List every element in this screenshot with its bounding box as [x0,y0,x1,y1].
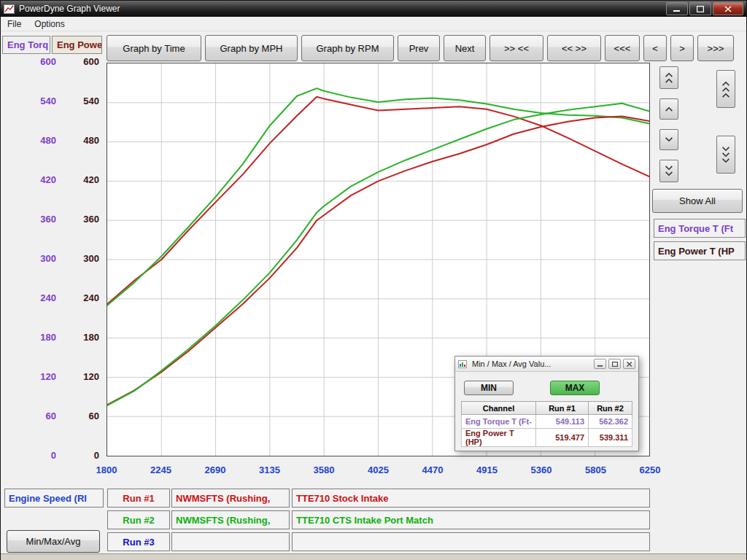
toolbar-button-graph-by-mph[interactable]: Graph by MPH [205,35,298,61]
run-description-field-2[interactable]: TTE710 CTS Intake Port Match [292,510,650,529]
minimize-icon [673,6,681,12]
chevron-up-icon [721,93,731,98]
run-label-field-2[interactable]: Run #2 [107,510,170,529]
y-tick-label: 60 [26,411,56,421]
menu-file[interactable]: File [1,18,28,31]
minmax-column-header[interactable]: Channel [462,402,536,415]
chevron-down-icon [664,171,674,176]
minmax-column-header[interactable]: Run #2 [589,402,632,415]
y-tick-label: 420 [26,174,56,185]
chevron-up-icon [721,87,731,92]
minmax-minimize-button[interactable] [594,359,606,369]
legend-torque-channel[interactable]: Eng Torque T (Ft [654,219,746,238]
y-tick-label: 480 [69,135,99,146]
minmax-restore-button[interactable] [608,359,621,369]
y-tick-label: 540 [26,96,56,106]
toolbar-button-graph-by-rpm[interactable]: Graph by RPM [301,35,394,61]
minmax-window-body: MIN MAX ChannelRun #1Run #2 Eng Torque T… [455,372,638,452]
title-bar: PowerDyne Graph Viewer [1,1,746,17]
y-tick-label: 300 [26,253,56,264]
run-operator-field-2[interactable]: NWMSFTS (Rushing, [171,510,290,529]
minmax-cell-run1: 519.477 [536,429,589,447]
x-tick-label: 3135 [248,464,292,475]
y-tick-label: 420 [69,174,99,185]
show-all-button[interactable]: Show All [652,189,743,213]
y-tick-label: 360 [69,214,99,225]
toolbar-button-arrow-arrow[interactable]: << >> [547,35,601,61]
chevron-down-icon [664,137,674,142]
chevron-up-icon [664,72,674,77]
x-tick-label: 5805 [574,464,618,475]
x-tick-label: 4470 [411,464,454,475]
toolbar-button-arrow-arrow[interactable]: >> << [489,35,543,61]
legend-power-channel[interactable]: Eng Power T (HP [654,241,746,260]
toolbar-button-arrow[interactable]: <<< [605,35,640,61]
app-icon [4,4,15,14]
x-tick-label: 4915 [465,464,509,475]
minimize-button[interactable] [666,2,688,15]
chevron-down-icon [721,158,731,163]
scroll-up-button[interactable] [659,98,678,120]
toolbar-button-arrow[interactable]: < [643,35,667,61]
scroll-down-double-button[interactable] [659,160,678,182]
minmax-cell-run2: 562.362 [589,415,632,429]
run-label-field-3[interactable]: Run #3 [107,532,170,551]
toolbar-button-graph-by-time[interactable]: Graph by Time [107,35,201,61]
minmax-avg-button[interactable]: Min/Max/Avg [7,530,100,553]
x-tick-label: 2690 [193,464,237,475]
close-icon [724,6,732,12]
chevron-up-icon [721,81,731,86]
close-button[interactable] [713,2,743,15]
chevron-down-icon [721,152,731,158]
y-tick-label: 360 [26,214,56,225]
run-description-field-3[interactable] [292,532,650,551]
y-tick-label: 240 [26,292,56,303]
y-tick-label: 540 [69,96,99,106]
x-tick-label: 4025 [357,464,400,475]
minmax-column-header[interactable]: Run #1 [536,402,589,415]
minmax-close-button[interactable] [623,359,635,369]
minmax-table: ChannelRun #1Run #2 Eng Torque T (Ft-549… [461,401,632,447]
chevron-down-icon [664,166,674,171]
toolbar-button-arrow[interactable]: >>> [697,35,734,61]
y-tick-label: 0 [26,450,56,461]
app-window: PowerDyne Graph Viewer FileOptions Eng T… [0,0,747,560]
maximize-icon [697,6,704,12]
x-tick-label: 3580 [302,464,346,475]
toolbar-button-next[interactable]: Next [444,35,486,61]
expand-up-button[interactable] [716,70,735,108]
scroll-up-double-button[interactable] [659,66,678,89]
toolbar-button-prev[interactable]: Prev [398,35,440,61]
y-tick-label: 600 [69,56,99,67]
expand-down-button[interactable] [716,136,735,174]
y-tick-label: 0 [69,450,99,461]
run-operator-field-1[interactable]: NWMSFTS (Rushing, [171,489,290,508]
chevron-down-icon [721,147,731,152]
minmax-cell-run1: 549.113 [536,415,589,429]
chevron-up-icon [664,78,674,83]
minmax-cell-run2: 539.311 [589,429,632,447]
toolbar-button-arrow[interactable]: > [670,35,694,61]
minmax-window-titlebar[interactable]: Min / Max / Avg Valu... [455,357,638,372]
restore-icon [612,362,618,367]
y-tick-label: 120 [26,371,56,382]
y-tick-label: 240 [69,292,99,303]
run-operator-field-3[interactable] [171,532,290,551]
y-tick-label: 600 [26,56,56,67]
axis-tab-power[interactable]: Eng Powe [52,36,102,54]
min-toggle-button[interactable]: MIN [464,381,514,395]
axis-tab-torque[interactable]: Eng Torq [2,36,50,54]
x-channel-field[interactable]: Engine Speed (RI [4,489,104,508]
run-description-field-1[interactable]: TTE710 Stock Intake [292,489,650,508]
window-bottom-edge [1,553,746,560]
scroll-down-button[interactable] [659,129,678,150]
maximize-button[interactable] [689,2,711,15]
x-tick-label: 6250 [628,464,672,475]
max-toggle-button[interactable]: MAX [550,381,600,395]
chevron-up-icon [664,106,674,112]
menu-options[interactable]: Options [28,18,71,31]
y-tick-label: 60 [69,411,99,421]
minmax-table-row: Eng Torque T (Ft-549.113562.362 [462,415,632,429]
minmax-values-window[interactable]: Min / Max / Avg Valu... MIN MAX ChannelR… [454,356,639,451]
run-label-field-1[interactable]: Run #1 [107,489,170,508]
